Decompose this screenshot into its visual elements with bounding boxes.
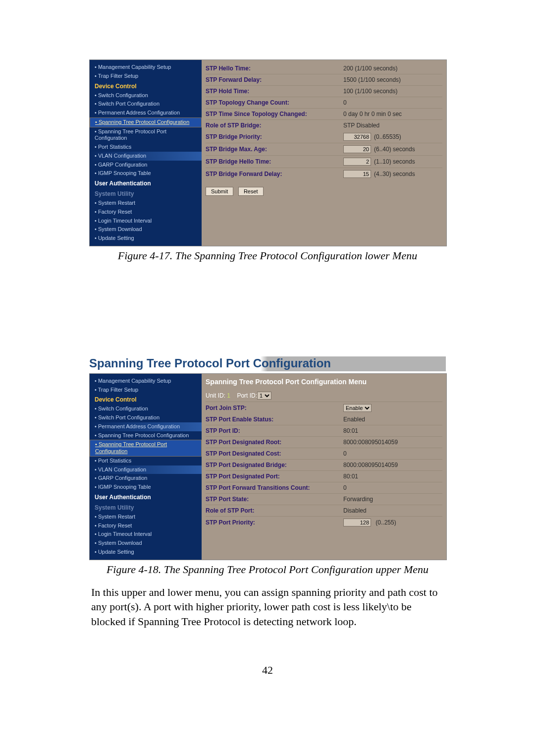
field-label: STP Bridge Priority:	[206, 133, 343, 140]
sidebar-item[interactable]: • VLAN Configuration	[90, 152, 202, 161]
field-value: STP Disabled	[343, 122, 442, 129]
sidebar-item[interactable]: • Update Setting	[90, 548, 202, 557]
sidebar-item[interactable]: • IGMP Snooping Table	[90, 169, 202, 178]
field-value: Disabled	[343, 507, 442, 514]
sidebar-item[interactable]: • Switch Configuration	[90, 405, 202, 413]
sidebar-item: User Authentication	[90, 178, 202, 188]
field-label: STP Bridge Hello Time:	[206, 158, 343, 165]
field-hint: (0..65535)	[374, 133, 401, 140]
sidebar-item[interactable]: • IGMP Snooping Table	[90, 483, 202, 492]
field-input[interactable]	[343, 145, 371, 153]
field-label: STP Port Enable Status:	[206, 416, 343, 423]
sidebar-item[interactable]: • Permanent Address Configuration	[90, 422, 202, 431]
field-label: STP Hello Time:	[206, 65, 343, 72]
sidebar-item[interactable]: • Login Timeout Interval	[90, 530, 202, 539]
sidebar-item[interactable]: • Switch Port Configuration	[90, 413, 202, 422]
field-label: STP Port Designated Cost:	[206, 450, 343, 457]
main-panel-stp: STP Hello Time:200 (1/100 seconds)STP Fo…	[202, 60, 446, 246]
sidebar-item[interactable]: • Permanent Address Configuration	[90, 109, 202, 117]
sidebar-item[interactable]: • System Restart	[90, 199, 202, 208]
sidebar-item[interactable]: • Trap Filter Setup	[90, 386, 202, 395]
stp-port-priority-input[interactable]	[343, 519, 371, 526]
sidebar-item[interactable]: • Switch Configuration	[90, 91, 202, 100]
field-label: STP Bridge Forward Delay:	[206, 171, 343, 177]
screenshot-stp-port-config: • Management Capability Setup• Trap Filt…	[89, 373, 447, 560]
field-value: 80:01	[343, 427, 442, 434]
field-value: 80:01	[343, 473, 442, 480]
sidebar-item: System Utility	[90, 502, 202, 513]
sidebar-item[interactable]: • Factory Reset	[90, 208, 202, 217]
field-label: STP Forward Delay:	[206, 76, 343, 83]
sidebar-item[interactable]: • System Download	[90, 539, 202, 548]
field-hint: (1..10) seconds	[374, 158, 415, 165]
field-label: STP Topology Change Count:	[206, 99, 343, 106]
field-value: 0	[343, 484, 442, 491]
sidebar-item[interactable]: • System Restart	[90, 513, 202, 522]
unit-id-label: Unit ID:	[206, 392, 225, 399]
field-input[interactable]	[343, 158, 371, 166]
field-value: 8000:008095014059	[343, 439, 442, 446]
nav-sidebar: • Management Capability Setup• Trap Filt…	[90, 60, 202, 246]
field-input[interactable]	[343, 170, 371, 178]
field-label: STP Bridge Max. Age:	[206, 146, 343, 153]
sidebar-item[interactable]: • Spanning Tree Protocol Port Configurat…	[90, 127, 202, 143]
field-label: STP Port ID:	[206, 427, 343, 434]
field-hint: (4..30) seconds	[374, 171, 415, 177]
sidebar-item: Device Control	[90, 394, 202, 405]
stp-port-priority-label: STP Port Priority:	[206, 519, 343, 526]
port-join-stp-select[interactable]: Enable	[343, 404, 372, 412]
field-value: 100 (1/100 seconds)	[343, 88, 442, 95]
field-label: STP Port Designated Bridge:	[206, 462, 343, 468]
screenshot-stp-config-lower: • Management Capability Setup• Trap Filt…	[89, 59, 447, 246]
sidebar-item[interactable]: • GARP Configuration	[90, 161, 202, 170]
figure-caption-4-18: Figure 4-18. The Spanning Tree Protocol …	[89, 563, 446, 576]
field-input[interactable]	[343, 133, 371, 141]
field-label: STP Port State:	[206, 496, 343, 503]
field-value: 200 (1/100 seconds)	[343, 65, 442, 72]
field-label: Role of STP Port:	[206, 507, 343, 514]
field-label: STP Port Designated Root:	[206, 439, 343, 446]
sidebar-item[interactable]: • Management Capability Setup	[90, 377, 202, 386]
field-hint: (6..40) seconds	[374, 146, 415, 153]
sidebar-item[interactable]: • Switch Port Configuration	[90, 100, 202, 109]
stp-port-priority-hint: (0..255)	[375, 519, 396, 526]
port-join-stp-label: Port Join STP:	[206, 405, 343, 411]
sidebar-item: System Utility	[90, 188, 202, 199]
sidebar-item[interactable]: • VLAN Configuration	[90, 465, 202, 474]
sidebar-item: Device Control	[90, 81, 202, 91]
sidebar-item[interactable]: • Port Statistics	[90, 457, 202, 465]
sidebar-item[interactable]: • Port Statistics	[90, 143, 202, 152]
sidebar-item[interactable]: • Update Setting	[90, 234, 202, 243]
sidebar-item[interactable]: • Spanning Tree Protocol Configuration	[90, 431, 202, 440]
sidebar-item[interactable]: • System Download	[90, 225, 202, 234]
field-label: Role of STP Bridge:	[206, 122, 343, 129]
field-label: STP Port Designated Port:	[206, 473, 343, 480]
section-heading: Spanning Tree Protocol Port Configuratio…	[89, 356, 446, 371]
sidebar-item[interactable]: • Login Timeout Interval	[90, 217, 202, 226]
field-label: STP Hold Time:	[206, 88, 343, 95]
page-number: 42	[89, 664, 446, 677]
field-value: 1500 (1/100 seconds)	[343, 76, 442, 83]
field-label: STP Time Since Topology Changed:	[206, 111, 343, 117]
sidebar-item[interactable]: • Factory Reset	[90, 522, 202, 530]
unit-id-value: 1	[227, 392, 230, 399]
sidebar-item[interactable]: • Spanning Tree Protocol Configuration	[90, 117, 202, 127]
port-id-select[interactable]: 1	[257, 392, 271, 400]
sidebar-item[interactable]: • Management Capability Setup	[90, 63, 202, 72]
nav-sidebar: • Management Capability Setup• Trap Filt…	[90, 374, 202, 560]
main-panel-stp-port: Spanning Tree Protocol Port Configuratio…	[202, 374, 446, 560]
sidebar-item[interactable]: • GARP Configuration	[90, 474, 202, 483]
body-paragraph: In this upper and lower menu, you can as…	[91, 585, 444, 629]
sidebar-item: User Authentication	[90, 492, 202, 502]
field-value: 0	[343, 450, 442, 457]
field-value: 0 day 0 hr 0 min 0 sec	[343, 111, 442, 117]
sidebar-item[interactable]: • Spanning Tree Protocol Port Configurat…	[90, 440, 202, 457]
figure-caption-4-17: Figure 4-17. The Spanning Tree Protocol …	[89, 249, 446, 262]
field-value: 8000:008095014059	[343, 462, 442, 468]
sidebar-item[interactable]: • Trap Filter Setup	[90, 72, 202, 81]
panel-title: Spanning Tree Protocol Port Configuratio…	[206, 378, 442, 386]
submit-button[interactable]: Submit	[206, 187, 233, 196]
field-value: 0	[343, 99, 442, 106]
reset-button[interactable]: Reset	[238, 187, 264, 196]
field-label: STP Port Forward Transitions Count:	[206, 484, 343, 491]
